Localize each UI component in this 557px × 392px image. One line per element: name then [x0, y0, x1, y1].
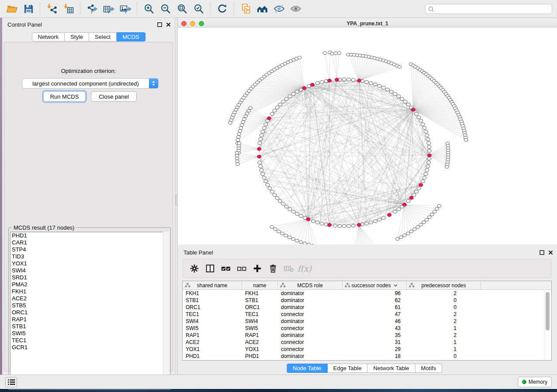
network-leaf-node[interactable] — [239, 127, 242, 130]
network-leaf-node[interactable] — [237, 136, 240, 139]
network-dominator-node[interactable] — [335, 78, 339, 82]
first-neighbors-button[interactable] — [254, 1, 271, 16]
network-node[interactable] — [374, 83, 377, 86]
network-node[interactable] — [315, 221, 319, 224]
network-node[interactable] — [259, 138, 263, 141]
network-node[interactable] — [295, 90, 299, 93]
network-leaf-node[interactable] — [235, 154, 239, 157]
network-node[interactable] — [338, 224, 342, 227]
network-node[interactable] — [422, 176, 426, 179]
network-dominator-node[interactable] — [257, 147, 261, 151]
network-leaf-node[interactable] — [307, 243, 311, 244]
network-node[interactable] — [258, 141, 262, 144]
network-node[interactable] — [264, 123, 268, 126]
network-leaf-node[interactable] — [247, 109, 250, 112]
network-node[interactable] — [299, 214, 303, 217]
network-leaf-node[interactable] — [237, 133, 241, 136]
network-node[interactable] — [284, 97, 288, 100]
float-panel-button[interactable] — [156, 22, 163, 28]
import-network-button[interactable] — [44, 1, 60, 16]
network-node[interactable] — [351, 79, 355, 82]
column-header-predecessor-nodes[interactable]: predecessor nodes — [407, 281, 481, 289]
network-leaf-node[interactable] — [299, 241, 303, 244]
delete-table-button[interactable] — [281, 261, 297, 276]
tab-edge-table[interactable]: Edge Table — [328, 364, 368, 373]
table-row[interactable]: TEC1TEC1connector472 — [183, 311, 551, 318]
network-node[interactable] — [262, 176, 266, 179]
network-node[interactable] — [365, 222, 369, 225]
network-dominator-node[interactable] — [302, 86, 306, 90]
network-node[interactable] — [268, 187, 272, 190]
network-node[interactable] — [427, 157, 431, 160]
network-dominator-node[interactable] — [310, 83, 314, 86]
mcds-result-item[interactable]: STB1 — [10, 323, 169, 330]
network-node[interactable] — [424, 172, 428, 175]
network-leaf-node[interactable] — [437, 204, 441, 207]
network-node[interactable] — [273, 109, 277, 112]
network-node[interactable] — [333, 224, 337, 227]
network-node[interactable] — [288, 208, 292, 211]
column-header-shared-name[interactable]: shared name — [183, 281, 242, 289]
network-node[interactable] — [369, 221, 373, 224]
network-leaf-node[interactable] — [419, 223, 422, 226]
network-node[interactable] — [425, 134, 429, 137]
export-table-button[interactable] — [100, 1, 117, 16]
network-node[interactable] — [406, 103, 410, 106]
network-node[interactable] — [427, 141, 431, 144]
network-leaf-node[interactable] — [445, 165, 449, 168]
network-leaf-node[interactable] — [245, 112, 249, 115]
criterion-dropdown[interactable]: largest connected component (undirected) — [22, 78, 159, 89]
deselect-all-button[interactable] — [234, 261, 249, 276]
mcds-result-item[interactable]: ORC1 — [10, 309, 169, 316]
network-node[interactable] — [320, 80, 324, 83]
table-row[interactable]: ACE2ACE2connector311 — [183, 339, 551, 346]
network-leaf-node[interactable] — [298, 56, 301, 59]
network-node[interactable] — [347, 78, 351, 81]
network-leaf-node[interactable] — [249, 107, 252, 110]
network-node[interactable] — [259, 168, 263, 172]
zoom-fit-button[interactable] — [174, 1, 190, 16]
vertical-splitter[interactable] — [175, 18, 178, 375]
network-leaf-node[interactable] — [287, 236, 291, 239]
mcds-result-item[interactable]: PMA2 — [10, 281, 169, 288]
network-node[interactable] — [284, 205, 288, 208]
network-node[interactable] — [427, 145, 431, 148]
table-row[interactable]: PHD1PHD1dominator180 — [183, 353, 551, 360]
network-node[interactable] — [397, 95, 401, 98]
mcds-result-item[interactable]: RAP1 — [10, 316, 169, 323]
network-node[interactable] — [273, 193, 277, 196]
network-node[interactable] — [320, 222, 324, 225]
export-network-button[interactable] — [84, 1, 100, 16]
network-node[interactable] — [291, 210, 295, 213]
delete-row-button[interactable] — [265, 261, 281, 276]
table-row[interactable]: SWI4SWI4dominator462 — [183, 318, 551, 325]
network-dominator-node[interactable] — [328, 224, 332, 227]
network-node[interactable] — [400, 97, 404, 100]
scrollbar-thumb[interactable] — [546, 292, 550, 330]
network-node[interactable] — [377, 85, 381, 88]
network-leaf-node[interactable] — [399, 236, 403, 239]
network-leaf-node[interactable] — [425, 218, 428, 221]
table-row[interactable]: SWI5SWI5connector431 — [183, 325, 551, 332]
network-dominator-node[interactable] — [387, 213, 391, 217]
network-node[interactable] — [382, 217, 386, 220]
network-node[interactable] — [417, 116, 421, 119]
mcds-result-item[interactable]: PHD1 — [10, 232, 169, 239]
network-dominator-node[interactable] — [411, 108, 415, 112]
add-row-button[interactable] — [249, 261, 265, 276]
network-leaf-node[interactable] — [270, 226, 273, 229]
network-leaf-node[interactable] — [435, 207, 439, 210]
network-dominator-node[interactable] — [357, 79, 361, 83]
import-table-button[interactable] — [60, 1, 77, 16]
network-node[interactable] — [382, 86, 386, 89]
mcds-result-item[interactable]: ACE2 — [10, 295, 169, 302]
network-leaf-node[interactable] — [242, 118, 246, 121]
network-leaf-node[interactable] — [303, 242, 307, 244]
network-leaf-node[interactable] — [240, 124, 244, 127]
zoom-out-button[interactable] — [157, 1, 174, 16]
network-leaf-node[interactable] — [464, 138, 468, 141]
clone-network-button[interactable] — [238, 1, 254, 16]
tab-mcds[interactable]: MCDS — [117, 32, 145, 41]
network-leaf-node[interactable] — [273, 228, 277, 231]
table-row[interactable]: FKH1FKH1dominator962 — [183, 290, 551, 297]
